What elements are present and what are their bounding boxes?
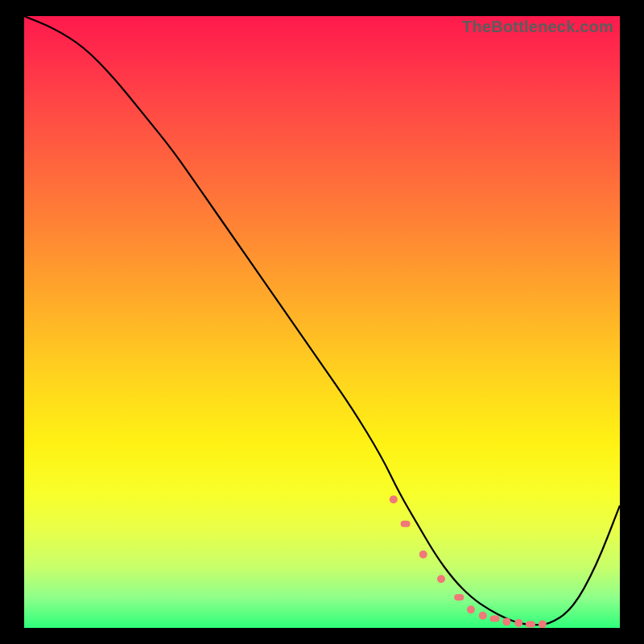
- marker-dot: [467, 605, 475, 613]
- marker-dot: [514, 619, 522, 627]
- marker-dot: [479, 612, 487, 620]
- marker-dot: [437, 575, 445, 583]
- marker-dot: [539, 620, 547, 628]
- marker-dot: [390, 495, 398, 503]
- bottleneck-curve: [24, 16, 620, 628]
- marker-dot: [419, 551, 427, 559]
- marker-dash: [454, 594, 464, 601]
- curve-line: [24, 16, 620, 625]
- marker-dash: [490, 616, 500, 622]
- marker-dot: [502, 617, 510, 625]
- marker-dash: [401, 521, 411, 527]
- plot-area: TheBottleneck.com: [24, 16, 620, 628]
- marker-dash: [526, 621, 535, 627]
- chart-container: TheBottleneck.com: [0, 0, 644, 644]
